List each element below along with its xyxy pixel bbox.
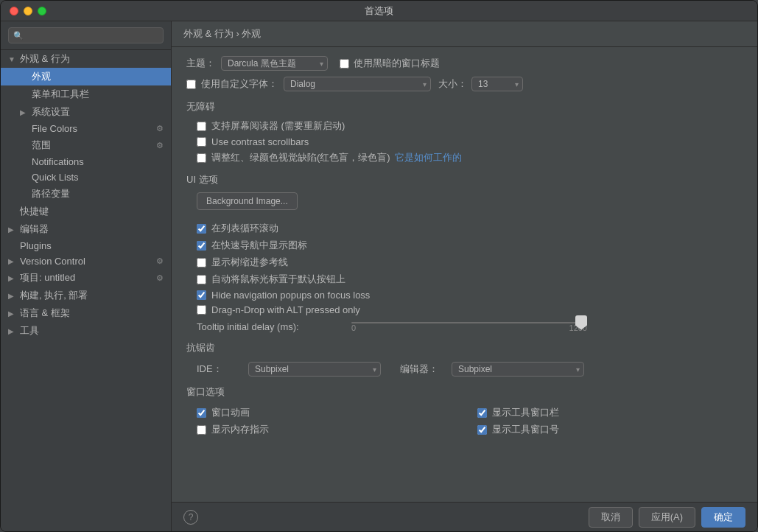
tree-indent-guide-row: 显示树缩进参考线 — [186, 256, 743, 269]
bottom-bar: ? 取消 应用(A) 确定 — [172, 502, 757, 531]
cancel-button[interactable]: 取消 — [589, 507, 633, 528]
theme-select[interactable]: Darcula 黑色主题 IntelliJ High Contrast — [221, 56, 328, 71]
drag-drop-row: Drag-n-Drop with ALT pressed only — [186, 304, 743, 315]
content-area: 主题： Darcula 黑色主题 IntelliJ High Contrast … — [172, 47, 757, 502]
tree-arrow-project: ▶ — [8, 274, 17, 282]
contrast-scrollbars-row: Use contrast scrollbars — [186, 136, 743, 147]
show-tool-window-bar-checkbox[interactable] — [477, 408, 487, 418]
quick-nav-icon-row: 在快速导航中显示图标 — [186, 239, 743, 252]
slider-min-label: 0 — [351, 323, 356, 332]
sidebar-item-version-control[interactable]: ▶ Version Control ⚙ — [1, 253, 171, 269]
sidebar-item-menus-toolbars[interactable]: 菜单和工具栏 — [1, 85, 171, 103]
antialias-row: IDE： Subpixel None Grayscale 编辑器： Subpix — [186, 362, 743, 377]
ui-options-heading: UI 选项 — [186, 173, 743, 186]
hide-nav-popups-label: Hide navigation popups on focus loss — [211, 290, 370, 301]
show-tool-window-bar-label: 显示工具窗口栏 — [492, 406, 559, 419]
theme-label: 主题： — [186, 57, 215, 70]
search-box: 🔍 — [1, 21, 171, 50]
sidebar-item-label: 范围 — [32, 139, 51, 152]
sidebar-item-appearance[interactable]: 外观 — [1, 68, 171, 85]
sidebar-item-notifications[interactable]: Notifications — [1, 154, 171, 169]
custom-font-label: 使用自定义字体： — [201, 77, 278, 91]
list-cycle-checkbox[interactable] — [197, 224, 206, 234]
window-animation-row: 窗口动画 — [197, 406, 463, 419]
sidebar-item-quick-lists[interactable]: Quick Lists — [1, 169, 171, 185]
preferences-window: 首选项 🔍 ▼ 外观 & 行为 外观 — [0, 0, 758, 532]
ide-antialias-wrapper: Subpixel None Grayscale — [248, 362, 381, 377]
file-colors-settings-icon: ⚙ — [156, 124, 164, 133]
main-content: 🔍 ▼ 外观 & 行为 外观 菜单和工具栏 — [1, 21, 757, 531]
custom-font-checkbox[interactable] — [186, 80, 196, 89]
tree-arrow-tools: ▶ — [8, 327, 17, 335]
size-select[interactable]: 13 10 11 12 14 16 — [471, 77, 523, 91]
editor-label: 编辑器： — [400, 363, 444, 376]
editor-antialias-wrapper: Subpixel None Grayscale — [452, 362, 584, 377]
theme-select-wrapper: Darcula 黑色主题 IntelliJ High Contrast — [221, 56, 328, 71]
sidebar-item-editor[interactable]: ▶ 编辑器 — [1, 220, 171, 238]
sidebar-item-file-colors[interactable]: File Colors ⚙ — [1, 121, 171, 136]
tree-indent-guide-label: 显示树缩进参考线 — [211, 256, 288, 269]
sidebar-item-project-untitled[interactable]: ▶ 项目: untitled ⚙ — [1, 269, 171, 287]
apply-button[interactable]: 应用(A) — [639, 507, 695, 528]
sidebar-item-path-variables[interactable]: 路径变量 — [1, 185, 171, 203]
size-select-wrapper: 13 10 11 12 14 16 — [471, 77, 523, 91]
font-select-wrapper: Dialog Arial Helvetica — [284, 77, 431, 91]
window-options-left: 窗口动画 显示内存指示 — [197, 406, 463, 440]
background-image-button[interactable]: Background Image... — [197, 192, 298, 210]
ok-button[interactable]: 确定 — [701, 507, 745, 528]
accessibility-heading: 无障碍 — [186, 100, 743, 113]
sidebar-item-build-execute-deploy[interactable]: ▶ 构建, 执行, 部署 — [1, 287, 171, 304]
search-wrapper: 🔍 — [8, 27, 164, 43]
close-button[interactable] — [10, 7, 18, 15]
contrast-scrollbars-label: Use contrast scrollbars — [211, 136, 309, 147]
show-tool-window-numbers-label: 显示工具窗口号 — [492, 423, 559, 436]
color-blindness-checkbox[interactable] — [197, 153, 206, 163]
screen-reader-row: 支持屏幕阅读器 (需要重新启动) — [186, 119, 743, 133]
tree-indent-guide-checkbox[interactable] — [197, 258, 206, 267]
sidebar-item-scope[interactable]: 范围 ⚙ — [1, 136, 171, 154]
ide-antialias-select[interactable]: Subpixel None Grayscale — [248, 362, 381, 377]
dark-title-checkbox[interactable] — [340, 59, 349, 69]
sidebar-item-label: 项目: untitled — [20, 271, 75, 284]
screen-reader-checkbox[interactable] — [197, 122, 206, 131]
sidebar-item-label: Quick Lists — [32, 172, 79, 183]
drag-drop-checkbox[interactable] — [197, 305, 206, 315]
tooltip-delay-label: Tooltip initial delay (ms): — [197, 321, 344, 332]
default-button-label: 自动将鼠标光标置于默认按钮上 — [211, 273, 345, 286]
search-input[interactable] — [8, 27, 164, 43]
color-blindness-link[interactable]: 它是如何工作的 — [395, 151, 462, 164]
dark-title-label: 使用黑暗的窗口标题 — [354, 57, 440, 70]
search-icon: 🔍 — [13, 31, 24, 41]
show-tool-window-numbers-row: 显示工具窗口号 — [477, 423, 743, 436]
theme-row: 主题： Darcula 黑色主题 IntelliJ High Contrast … — [186, 56, 743, 71]
contrast-scrollbars-checkbox[interactable] — [197, 137, 206, 147]
sidebar-item-tools[interactable]: ▶ 工具 — [1, 322, 171, 340]
sidebar-item-system-settings[interactable]: ▶ 系统设置 — [1, 103, 171, 121]
sidebar-item-keymap[interactable]: 快捷键 — [1, 203, 171, 220]
sidebar-item-label: File Colors — [32, 123, 77, 134]
help-button[interactable]: ? — [183, 510, 198, 525]
tree-arrow-appearance-behavior: ▼ — [8, 55, 17, 63]
window-animation-checkbox[interactable] — [197, 408, 206, 418]
hide-nav-popups-checkbox[interactable] — [197, 290, 206, 300]
sidebar-item-label: 菜单和工具栏 — [32, 88, 89, 101]
sidebar-item-languages-frameworks[interactable]: ▶ 语言 & 框架 — [1, 304, 171, 322]
sidebar-item-plugins[interactable]: Plugins — [1, 238, 171, 253]
tree-arrow-editor: ▶ — [8, 225, 17, 234]
version-control-settings-icon: ⚙ — [156, 256, 164, 266]
minimize-button[interactable] — [24, 7, 32, 15]
ide-label: IDE： — [197, 363, 241, 376]
how-it-works-link[interactable]: 它是如何工作的 — [395, 152, 462, 163]
show-memory-checkbox[interactable] — [197, 425, 206, 435]
font-select[interactable]: Dialog Arial Helvetica — [284, 77, 431, 91]
font-row: 使用自定义字体： Dialog Arial Helvetica 大小： 13 1… — [186, 77, 743, 91]
editor-antialias-select[interactable]: Subpixel None Grayscale — [452, 362, 584, 377]
window-options-section: 窗口动画 显示内存指示 显示工具窗口栏 — [186, 406, 743, 440]
show-tool-window-numbers-checkbox[interactable] — [477, 425, 487, 435]
window-animation-label: 窗口动画 — [211, 406, 250, 419]
window-options-heading: 窗口选项 — [186, 385, 743, 399]
quick-nav-icon-checkbox[interactable] — [197, 241, 206, 251]
maximize-button[interactable] — [38, 7, 46, 15]
sidebar-item-appearance-behavior[interactable]: ▼ 外观 & 行为 — [1, 50, 171, 68]
default-button-checkbox[interactable] — [197, 275, 206, 284]
